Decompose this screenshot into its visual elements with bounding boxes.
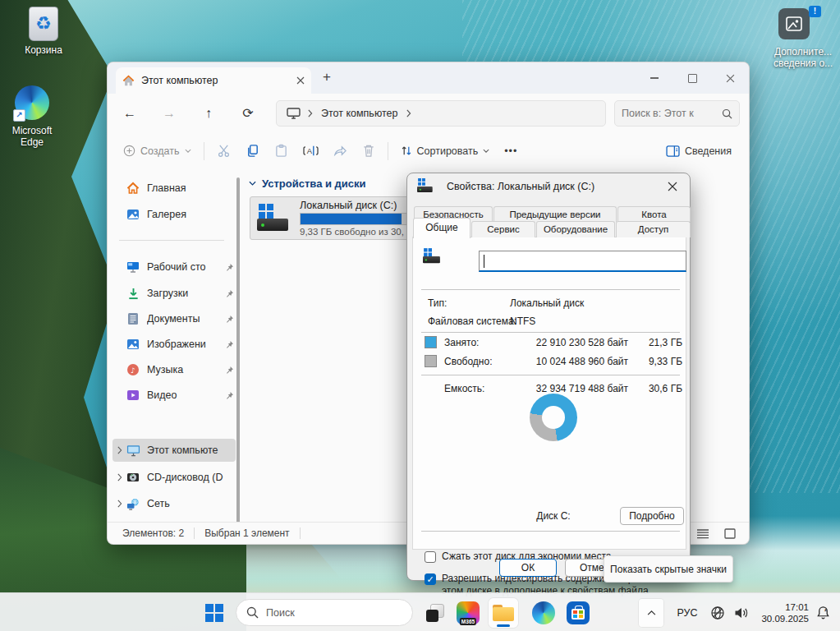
tab-close-icon[interactable] xyxy=(296,76,305,85)
tab-sharing[interactable]: Доступ xyxy=(616,221,691,237)
sidebar-item-home[interactable]: Главная xyxy=(112,177,236,200)
maximize-button[interactable] xyxy=(673,62,711,94)
used-bytes: 22 910 230 528 байт xyxy=(505,337,628,348)
pin-icon xyxy=(225,391,234,400)
taskbar-search[interactable]: Поиск xyxy=(236,599,413,626)
rename-button[interactable]: A xyxy=(296,138,326,164)
search-input[interactable]: Поиск в: Этот к xyxy=(614,100,740,127)
sort-button[interactable]: Сортировать xyxy=(393,138,498,164)
desktop-icon-spotlight[interactable]: ! Дополните... сведения о... xyxy=(770,8,836,69)
fs-label: Файловая система: xyxy=(428,316,516,327)
desktop-icon-recycle-bin[interactable]: ♻ Корзина xyxy=(11,7,76,56)
pin-icon xyxy=(225,263,234,272)
sidebar-item-music[interactable]: ♪ Музыка xyxy=(112,358,236,381)
cut-button[interactable] xyxy=(209,138,238,164)
sidebar-item-documents[interactable]: Документы xyxy=(112,307,236,330)
edge-icon xyxy=(532,601,555,624)
sidebar-item-videos[interactable]: Видео xyxy=(112,384,236,407)
svg-text:♪: ♪ xyxy=(131,366,135,375)
volume-label-input[interactable] xyxy=(479,251,686,272)
rename-icon: A xyxy=(303,144,319,158)
share-icon xyxy=(333,144,347,158)
list-view-icon[interactable] xyxy=(696,528,709,539)
ok-button[interactable]: ОК xyxy=(499,559,557,577)
minimize-button[interactable] xyxy=(636,62,673,94)
chevron-down-icon xyxy=(249,181,256,187)
more-options-button[interactable]: ••• xyxy=(497,138,525,164)
tab-strip: Этот компьютер + xyxy=(108,62,749,94)
forward-button[interactable]: → xyxy=(155,101,183,126)
breadcrumb[interactable]: Этот компьютер xyxy=(321,108,397,119)
sidebar-item-cd-drive[interactable]: CD-дисковод (D xyxy=(112,466,236,489)
show-hidden-icons-button[interactable] xyxy=(639,599,663,627)
free-size: 9,33 ГБ xyxy=(633,356,682,367)
sidebar-item-network[interactable]: Сеть xyxy=(112,492,236,515)
network-globe-icon[interactable] xyxy=(710,606,725,620)
tab-general[interactable]: Общие xyxy=(413,218,470,238)
dialog-close-button[interactable] xyxy=(660,175,685,198)
explorer-tab[interactable]: Этот компьютер xyxy=(116,67,311,94)
sidebar-item-desktop[interactable]: Рабочий сто xyxy=(112,256,236,279)
edge-button[interactable] xyxy=(529,598,558,628)
free-bytes: 10 024 488 960 байт xyxy=(505,356,628,367)
desktop-icon xyxy=(126,260,140,274)
large-icons-view-icon[interactable] xyxy=(724,528,736,539)
tab-quota[interactable]: Квота xyxy=(617,206,691,222)
tab-previous-versions[interactable]: Предыдущие версии xyxy=(493,206,617,222)
svg-text:A: A xyxy=(306,146,312,155)
notification-bell-icon[interactable]: z xyxy=(816,606,830,619)
capacity-size: 30,6 ГБ xyxy=(633,383,682,394)
used-swatch xyxy=(425,336,437,348)
gallery-icon xyxy=(126,207,140,222)
file-explorer-button[interactable] xyxy=(489,598,518,628)
tab-hardware[interactable]: Оборудование xyxy=(536,221,615,237)
capacity-label: Емкость: xyxy=(444,383,484,394)
new-button[interactable]: Создать xyxy=(116,138,199,164)
shortcut-arrow-icon: ↗ xyxy=(13,109,25,122)
running-app-indicator xyxy=(497,624,510,627)
fs-value: NTFS xyxy=(510,316,535,327)
this-pc-icon xyxy=(126,443,140,458)
copy-button[interactable] xyxy=(238,138,267,164)
sidebar-item-this-pc[interactable]: Этот компьюте xyxy=(112,439,236,462)
disk-caption: Диск C: xyxy=(512,510,594,522)
chevron-right-icon xyxy=(117,500,122,508)
task-view-button[interactable] xyxy=(420,598,450,628)
m365-icon: M365 xyxy=(457,601,480,624)
documents-icon xyxy=(126,311,140,326)
breadcrumb-chevron-icon xyxy=(406,109,411,117)
new-tab-button[interactable]: + xyxy=(323,69,331,85)
compress-checkbox[interactable] xyxy=(425,551,436,563)
sidebar-item-pictures[interactable]: Изображени xyxy=(112,333,236,356)
language-indicator[interactable]: РУС xyxy=(677,607,697,619)
search-placeholder: Поиск в: Этот к xyxy=(622,108,722,119)
refresh-button[interactable]: ⟳ xyxy=(234,101,262,126)
up-button[interactable]: ↑ xyxy=(195,101,223,126)
chevron-down-icon xyxy=(185,149,191,154)
address-bar[interactable]: Этот компьютер xyxy=(276,100,606,127)
sidebar-scrollbar[interactable] xyxy=(236,177,240,543)
sidebar-item-downloads[interactable]: Загрузки xyxy=(112,282,236,305)
command-toolbar: Создать xyxy=(108,132,749,170)
window-close-button[interactable] xyxy=(711,62,749,94)
sidebar-item-gallery[interactable]: Галерея xyxy=(112,203,236,226)
details-button[interactable]: Подробно xyxy=(620,507,684,525)
taskbar-clock[interactable]: 17:01 30.09.2025 xyxy=(761,601,809,624)
back-button[interactable]: ← xyxy=(116,101,144,126)
details-pane-button[interactable]: Сведения xyxy=(659,138,739,164)
tab-tools[interactable]: Сервис xyxy=(471,221,535,237)
delete-button[interactable] xyxy=(355,138,383,164)
paste-button[interactable] xyxy=(267,138,296,164)
index-checkbox[interactable]: ✓ xyxy=(425,573,436,585)
share-button[interactable] xyxy=(326,138,355,164)
m365-copilot-button[interactable]: M365 xyxy=(453,598,483,628)
store-button[interactable] xyxy=(563,598,593,628)
search-icon xyxy=(246,606,259,619)
task-view-icon xyxy=(426,604,444,622)
speaker-icon[interactable] xyxy=(734,606,750,619)
pin-icon xyxy=(225,366,234,375)
taskbar: Поиск M365 xyxy=(0,592,840,631)
group-header[interactable]: Устройства и диски xyxy=(249,177,366,190)
start-button[interactable] xyxy=(200,598,229,628)
desktop-icon-edge[interactable]: ↗ Microsoft Edge xyxy=(0,85,64,148)
